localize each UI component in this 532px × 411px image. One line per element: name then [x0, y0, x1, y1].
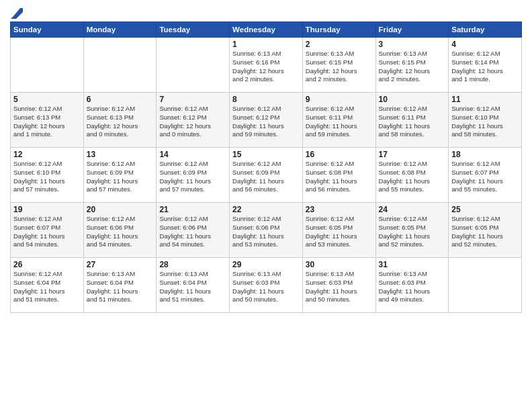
day-number: 5 [13, 95, 81, 104]
day-number: 19 [13, 205, 81, 214]
calendar-cell: 10Sunrise: 6:12 AM Sunset: 6:11 PM Dayli… [375, 93, 449, 148]
day-number: 15 [232, 150, 300, 159]
day-info: Sunrise: 6:12 AM Sunset: 6:09 PM Dayligh… [232, 160, 300, 194]
day-info: Sunrise: 6:13 AM Sunset: 6:04 PM Dayligh… [87, 270, 154, 304]
day-info: Sunrise: 6:12 AM Sunset: 6:11 PM Dayligh… [379, 105, 446, 139]
day-info: Sunrise: 6:12 AM Sunset: 6:10 PM Dayligh… [451, 105, 519, 139]
day-number: 23 [306, 205, 373, 214]
day-number: 22 [232, 205, 300, 214]
calendar-cell: 1Sunrise: 6:13 AM Sunset: 6:16 PM Daylig… [230, 38, 303, 93]
calendar-cell [83, 38, 157, 93]
day-of-week-header: Wednesday [230, 22, 303, 38]
calendar-cell: 23Sunrise: 6:12 AM Sunset: 6:05 PM Dayli… [302, 203, 375, 258]
day-info: Sunrise: 6:12 AM Sunset: 6:09 PM Dayligh… [159, 160, 226, 194]
day-number: 17 [379, 150, 446, 159]
calendar-cell: 8Sunrise: 6:12 AM Sunset: 6:12 PM Daylig… [230, 93, 303, 148]
calendar-cell [449, 258, 522, 313]
header [10, 7, 522, 16]
day-of-week-header: Saturday [449, 22, 522, 38]
calendar-cell: 14Sunrise: 6:12 AM Sunset: 6:09 PM Dayli… [157, 148, 230, 203]
calendar-cell: 27Sunrise: 6:13 AM Sunset: 6:04 PM Dayli… [83, 258, 157, 313]
day-number: 21 [159, 205, 226, 214]
calendar-cell: 16Sunrise: 6:12 AM Sunset: 6:08 PM Dayli… [302, 148, 375, 203]
calendar-week-row: 26Sunrise: 6:12 AM Sunset: 6:04 PM Dayli… [11, 258, 522, 313]
calendar-cell: 20Sunrise: 6:12 AM Sunset: 6:06 PM Dayli… [83, 203, 157, 258]
day-number: 29 [232, 260, 300, 269]
day-number: 4 [451, 40, 519, 49]
day-of-week-header: Thursday [302, 22, 375, 38]
day-number: 11 [451, 95, 519, 104]
day-info: Sunrise: 6:12 AM Sunset: 6:05 PM Dayligh… [306, 215, 373, 249]
day-info: Sunrise: 6:12 AM Sunset: 6:13 PM Dayligh… [87, 105, 154, 139]
day-number: 24 [379, 205, 446, 214]
day-of-week-header: Monday [83, 22, 157, 38]
day-info: Sunrise: 6:12 AM Sunset: 6:04 PM Dayligh… [13, 270, 81, 304]
calendar-cell: 15Sunrise: 6:12 AM Sunset: 6:09 PM Dayli… [230, 148, 303, 203]
calendar-cell: 18Sunrise: 6:12 AM Sunset: 6:07 PM Dayli… [449, 148, 522, 203]
day-info: Sunrise: 6:12 AM Sunset: 6:09 PM Dayligh… [87, 160, 154, 194]
calendar-week-row: 5Sunrise: 6:12 AM Sunset: 6:13 PM Daylig… [11, 93, 522, 148]
calendar-cell: 21Sunrise: 6:12 AM Sunset: 6:06 PM Dayli… [157, 203, 230, 258]
calendar-cell: 12Sunrise: 6:12 AM Sunset: 6:10 PM Dayli… [11, 148, 84, 203]
day-number: 6 [87, 95, 154, 104]
calendar-cell: 31Sunrise: 6:13 AM Sunset: 6:03 PM Dayli… [375, 258, 449, 313]
day-number: 27 [87, 260, 154, 269]
day-number: 14 [159, 150, 226, 159]
day-info: Sunrise: 6:12 AM Sunset: 6:06 PM Dayligh… [232, 215, 300, 249]
day-number: 25 [451, 205, 519, 214]
calendar-cell: 7Sunrise: 6:12 AM Sunset: 6:12 PM Daylig… [157, 93, 230, 148]
calendar-cell: 29Sunrise: 6:13 AM Sunset: 6:03 PM Dayli… [230, 258, 303, 313]
day-info: Sunrise: 6:12 AM Sunset: 6:12 PM Dayligh… [232, 105, 300, 139]
calendar-week-row: 1Sunrise: 6:13 AM Sunset: 6:16 PM Daylig… [11, 38, 522, 93]
day-of-week-header: Tuesday [157, 22, 230, 38]
day-info: Sunrise: 6:12 AM Sunset: 6:10 PM Dayligh… [13, 160, 81, 194]
day-number: 18 [451, 150, 519, 159]
calendar-cell [157, 38, 230, 93]
calendar-cell: 17Sunrise: 6:12 AM Sunset: 6:08 PM Dayli… [375, 148, 449, 203]
day-number: 9 [306, 95, 373, 104]
day-number: 10 [379, 95, 446, 104]
calendar-cell: 26Sunrise: 6:12 AM Sunset: 6:04 PM Dayli… [11, 258, 84, 313]
calendar-cell: 30Sunrise: 6:13 AM Sunset: 6:03 PM Dayli… [302, 258, 375, 313]
day-number: 2 [306, 40, 373, 49]
day-number: 26 [13, 260, 81, 269]
day-number: 31 [379, 260, 446, 269]
day-info: Sunrise: 6:12 AM Sunset: 6:05 PM Dayligh… [451, 215, 519, 249]
logo [10, 7, 24, 16]
day-info: Sunrise: 6:13 AM Sunset: 6:03 PM Dayligh… [306, 270, 373, 304]
calendar: SundayMondayTuesdayWednesdayThursdayFrid… [10, 21, 522, 313]
day-info: Sunrise: 6:12 AM Sunset: 6:13 PM Dayligh… [13, 105, 81, 139]
day-number: 20 [87, 205, 154, 214]
day-number: 1 [232, 40, 300, 49]
calendar-cell: 3Sunrise: 6:13 AM Sunset: 6:15 PM Daylig… [375, 38, 449, 93]
day-info: Sunrise: 6:12 AM Sunset: 6:08 PM Dayligh… [306, 160, 373, 194]
calendar-cell: 5Sunrise: 6:12 AM Sunset: 6:13 PM Daylig… [11, 93, 84, 148]
day-of-week-header: Sunday [11, 22, 84, 38]
day-info: Sunrise: 6:13 AM Sunset: 6:15 PM Dayligh… [379, 50, 446, 84]
day-number: 7 [159, 95, 226, 104]
calendar-cell: 19Sunrise: 6:12 AM Sunset: 6:07 PM Dayli… [11, 203, 84, 258]
page: SundayMondayTuesdayWednesdayThursdayFrid… [0, 0, 532, 411]
day-number: 16 [306, 150, 373, 159]
calendar-header-row: SundayMondayTuesdayWednesdayThursdayFrid… [11, 22, 522, 38]
day-of-week-header: Friday [375, 22, 449, 38]
calendar-cell: 24Sunrise: 6:12 AM Sunset: 6:05 PM Dayli… [375, 203, 449, 258]
calendar-cell: 9Sunrise: 6:12 AM Sunset: 6:11 PM Daylig… [302, 93, 375, 148]
calendar-week-row: 19Sunrise: 6:12 AM Sunset: 6:07 PM Dayli… [11, 203, 522, 258]
day-info: Sunrise: 6:12 AM Sunset: 6:06 PM Dayligh… [159, 215, 226, 249]
logo-triangle-icon [11, 7, 23, 19]
calendar-week-row: 12Sunrise: 6:12 AM Sunset: 6:10 PM Dayli… [11, 148, 522, 203]
calendar-cell [11, 38, 84, 93]
day-info: Sunrise: 6:12 AM Sunset: 6:11 PM Dayligh… [306, 105, 373, 139]
calendar-cell: 13Sunrise: 6:12 AM Sunset: 6:09 PM Dayli… [83, 148, 157, 203]
day-number: 28 [159, 260, 226, 269]
day-info: Sunrise: 6:13 AM Sunset: 6:04 PM Dayligh… [159, 270, 226, 304]
calendar-cell: 2Sunrise: 6:13 AM Sunset: 6:15 PM Daylig… [302, 38, 375, 93]
day-info: Sunrise: 6:13 AM Sunset: 6:16 PM Dayligh… [232, 50, 300, 84]
calendar-cell: 11Sunrise: 6:12 AM Sunset: 6:10 PM Dayli… [449, 93, 522, 148]
day-info: Sunrise: 6:12 AM Sunset: 6:12 PM Dayligh… [159, 105, 226, 139]
calendar-cell: 25Sunrise: 6:12 AM Sunset: 6:05 PM Dayli… [449, 203, 522, 258]
day-number: 3 [379, 40, 446, 49]
day-info: Sunrise: 6:13 AM Sunset: 6:03 PM Dayligh… [232, 270, 300, 304]
day-number: 13 [87, 150, 154, 159]
